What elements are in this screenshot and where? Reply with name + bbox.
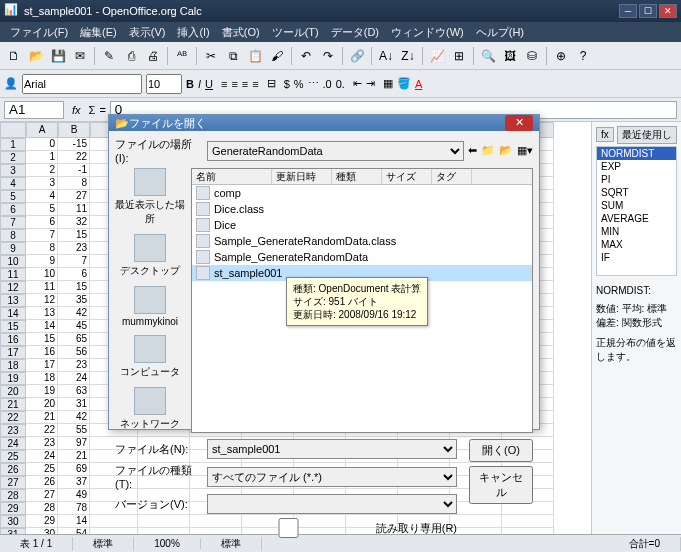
currency-icon[interactable]: $ <box>284 78 290 90</box>
cell[interactable]: 25 <box>26 463 58 476</box>
cell[interactable]: 30 <box>26 528 58 534</box>
row-header[interactable]: 2 <box>0 151 26 164</box>
cell[interactable]: 22 <box>26 424 58 437</box>
cell[interactable]: 26 <box>26 476 58 489</box>
open-button[interactable]: 開く(O) <box>469 439 533 462</box>
location-item[interactable]: mummykinoi <box>115 286 185 327</box>
readonly-checkbox[interactable] <box>205 518 372 538</box>
cell[interactable]: 29 <box>26 515 58 528</box>
help-icon[interactable]: ? <box>573 46 593 66</box>
file-item[interactable]: comp <box>192 185 532 201</box>
cell[interactable]: 13 <box>26 307 58 320</box>
views-icon[interactable]: ▦▾ <box>517 144 533 157</box>
cell[interactable]: 23 <box>26 437 58 450</box>
recent-dropdown[interactable]: 最近使用し <box>617 126 677 144</box>
cell[interactable]: 10 <box>26 268 58 281</box>
row-header[interactable]: 17 <box>0 346 26 359</box>
cell[interactable]: 27 <box>26 489 58 502</box>
cancel-button[interactable]: キャンセル <box>469 466 533 504</box>
menu-item[interactable]: ツール(T) <box>266 23 325 42</box>
align-justify-icon[interactable]: ≡ <box>252 78 258 90</box>
row-header[interactable]: 12 <box>0 281 26 294</box>
fx-icon[interactable]: fx <box>68 104 85 116</box>
row-header[interactable]: 3 <box>0 164 26 177</box>
version-select[interactable] <box>207 494 457 514</box>
cut-icon[interactable]: ✂ <box>201 46 221 66</box>
function-item[interactable]: MAX <box>597 238 676 251</box>
save-icon[interactable]: 💾 <box>48 46 68 66</box>
function-item[interactable]: AVERAGE <box>597 212 676 225</box>
cell[interactable]: 6 <box>58 268 90 281</box>
sort-desc-icon[interactable]: Z↓ <box>398 46 418 66</box>
redo-icon[interactable]: ↷ <box>318 46 338 66</box>
file-column-header[interactable]: 種類 <box>332 169 382 184</box>
sigma-icon[interactable]: Σ <box>89 104 96 116</box>
decrease-indent-icon[interactable]: ⇤ <box>353 77 362 90</box>
new-folder-icon[interactable]: 📂 <box>499 144 513 157</box>
row-header[interactable]: 6 <box>0 203 26 216</box>
styles-icon[interactable]: 👤 <box>4 77 18 90</box>
remove-decimal-icon[interactable]: 0. <box>336 78 345 90</box>
align-left-icon[interactable]: ≡ <box>221 78 227 90</box>
row-header[interactable]: 14 <box>0 307 26 320</box>
open-icon[interactable]: 📂 <box>26 46 46 66</box>
row-header[interactable]: 23 <box>0 424 26 437</box>
look-in-select[interactable]: GenerateRandomData <box>207 141 464 161</box>
cell[interactable]: 31 <box>58 398 90 411</box>
column-header[interactable] <box>0 122 26 138</box>
row-header[interactable]: 22 <box>0 411 26 424</box>
file-column-header[interactable]: サイズ <box>382 169 432 184</box>
equals-icon[interactable]: = <box>99 104 105 116</box>
menu-item[interactable]: 挿入(I) <box>171 23 215 42</box>
font-size-input[interactable] <box>146 74 182 94</box>
cell[interactable]: 28 <box>26 502 58 515</box>
cell[interactable]: 20 <box>26 398 58 411</box>
cell[interactable]: 1 <box>26 151 58 164</box>
zoom-icon[interactable]: ⊕ <box>551 46 571 66</box>
new-icon[interactable]: 🗋 <box>4 46 24 66</box>
menu-item[interactable]: 編集(E) <box>74 23 123 42</box>
row-header[interactable]: 13 <box>0 294 26 307</box>
font-name-input[interactable] <box>22 74 142 94</box>
cell[interactable]: 63 <box>58 385 90 398</box>
cell[interactable]: -15 <box>58 138 90 151</box>
fontcolor-icon[interactable]: A <box>415 78 422 90</box>
file-item[interactable]: Sample_GenerateRandomData.class <box>192 233 532 249</box>
add-decimal-icon[interactable]: .0 <box>323 78 332 90</box>
function-item[interactable]: NORMDIST <box>597 147 676 160</box>
file-item[interactable]: Dice.class <box>192 201 532 217</box>
row-header[interactable]: 18 <box>0 359 26 372</box>
increase-indent-icon[interactable]: ⇥ <box>366 77 375 90</box>
location-item[interactable]: デスクトップ <box>115 234 185 278</box>
folder-up-icon[interactable]: 📁 <box>481 144 495 157</box>
row-header[interactable]: 20 <box>0 385 26 398</box>
minimize-button[interactable]: ─ <box>619 4 637 18</box>
function-list[interactable]: NORMDISTEXPPISQRTSUMAVERAGEMINMAXIF <box>596 146 677 276</box>
menu-item[interactable]: ファイル(F) <box>4 23 74 42</box>
filename-input[interactable]: st_sample001 <box>207 439 457 459</box>
cell[interactable]: 27 <box>58 190 90 203</box>
row-header[interactable]: 26 <box>0 463 26 476</box>
edit-icon[interactable]: ✎ <box>99 46 119 66</box>
cell[interactable]: 19 <box>26 385 58 398</box>
row-header[interactable]: 1 <box>0 138 26 151</box>
dialog-close-button[interactable]: ✕ <box>505 115 533 131</box>
cell[interactable]: 22 <box>58 151 90 164</box>
cell[interactable]: 15 <box>58 281 90 294</box>
row-header[interactable]: 25 <box>0 450 26 463</box>
function-item[interactable]: SUM <box>597 199 676 212</box>
function-item[interactable]: SQRT <box>597 186 676 199</box>
file-column-header[interactable]: 更新日時 <box>272 169 332 184</box>
cell-reference-input[interactable] <box>4 101 64 119</box>
cell[interactable]: 69 <box>58 463 90 476</box>
menu-item[interactable]: ヘルプ(H) <box>470 23 530 42</box>
chart-icon[interactable]: 📈 <box>427 46 447 66</box>
percent-icon[interactable]: % <box>294 78 304 90</box>
menu-item[interactable]: ウィンドウ(W) <box>385 23 470 42</box>
file-item[interactable]: Sample_GenerateRandomData <box>192 249 532 265</box>
brush-icon[interactable]: 🖌 <box>267 46 287 66</box>
cell[interactable]: 55 <box>58 424 90 437</box>
cell[interactable]: 56 <box>58 346 90 359</box>
cell[interactable]: 7 <box>26 229 58 242</box>
row-header[interactable]: 29 <box>0 502 26 515</box>
